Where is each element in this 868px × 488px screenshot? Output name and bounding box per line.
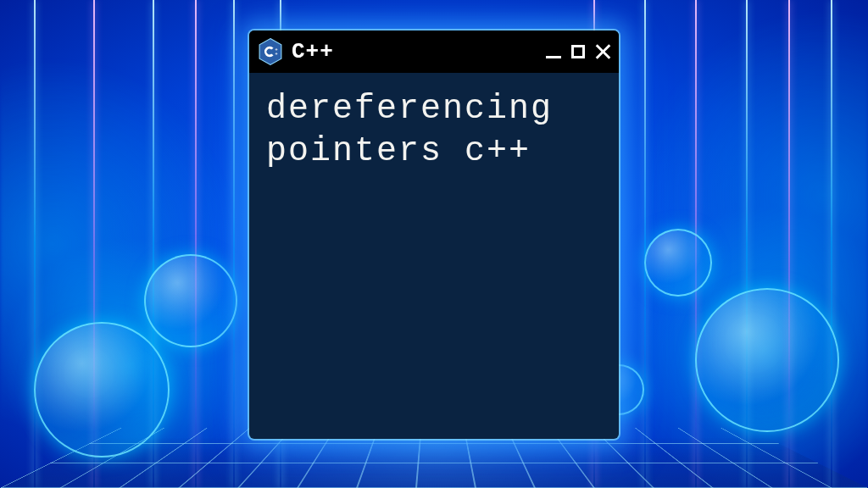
data-rain-line [233, 0, 235, 488]
maximize-button[interactable] [571, 45, 585, 58]
neon-sphere [695, 288, 839, 432]
neon-sphere [644, 229, 712, 297]
data-rain-line [831, 0, 832, 488]
data-rain-line [195, 0, 197, 488]
cpp-hexagon-icon: + + [258, 37, 283, 66]
neon-sphere [34, 322, 170, 458]
data-rain-line [34, 0, 36, 488]
terminal-text: dereferencing pointers c++ [266, 90, 553, 170]
window-title: C++ [292, 39, 537, 64]
svg-text:+: + [275, 51, 278, 56]
close-button[interactable] [595, 44, 610, 59]
svg-text:+: + [275, 47, 278, 52]
terminal-window: + + C++ dereferencing pointers c++ [249, 30, 619, 439]
window-titlebar[interactable]: + + C++ [249, 30, 619, 73]
data-rain-line [644, 0, 646, 488]
neon-sphere [144, 254, 237, 347]
terminal-body: dereferencing pointers c++ [249, 73, 619, 188]
minimize-button[interactable] [546, 56, 561, 58]
svg-marker-0 [259, 39, 281, 65]
window-controls [546, 44, 610, 59]
